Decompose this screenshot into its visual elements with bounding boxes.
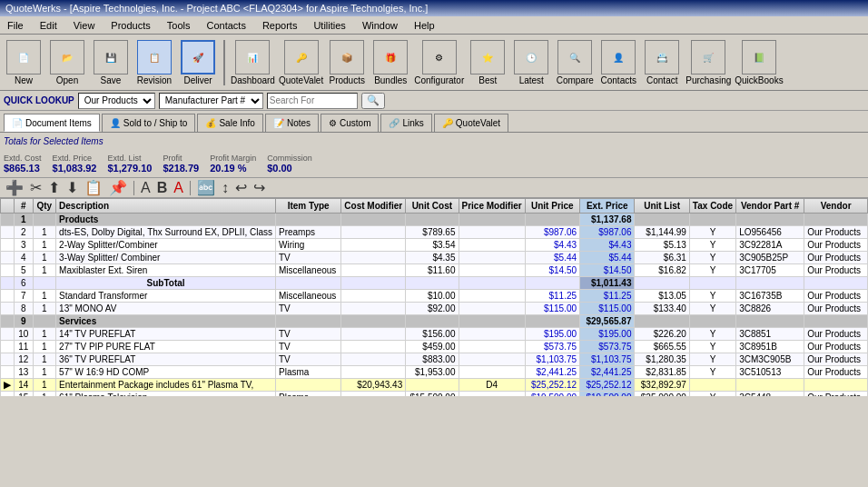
menu-utilities[interactable]: Utilities: [310, 18, 349, 33]
menu-products[interactable]: Products: [107, 18, 153, 33]
search-input[interactable]: [267, 93, 358, 109]
menu-view[interactable]: View: [70, 18, 99, 33]
table-row[interactable]: 10 1 14" TV PUREFLAT TV $156.00 $195.00 …: [1, 328, 868, 341]
tab-notes[interactable]: 📝 Notes: [265, 114, 319, 132]
move-up-button[interactable]: ⬆: [46, 179, 62, 196]
col-ext-price[interactable]: Ext. Price: [580, 199, 635, 214]
col-desc[interactable]: Description: [56, 199, 276, 214]
row-ext-price: $573.75: [580, 341, 635, 353]
redo-button[interactable]: ↪: [252, 179, 267, 196]
menu-file[interactable]: File: [4, 18, 27, 33]
menu-reports[interactable]: Reports: [259, 18, 301, 33]
best-icon: ⭐: [482, 53, 493, 63]
filter-button[interactable]: 🔤: [195, 179, 217, 196]
toolbar: 📄 New 📂 Open 💾 Save 📋 Revision 🚀 Deliver…: [0, 35, 868, 91]
tab-links[interactable]: 🔗 Links: [380, 114, 431, 132]
search-button[interactable]: 🔍: [361, 93, 385, 109]
table-row[interactable]: 15 1 61" Plasma Television Plasma $15,50…: [1, 392, 868, 397]
new-button[interactable]: 📄 New: [4, 40, 44, 85]
title-text: QuoteWerks - [Aspire Technolgies, Inc. -…: [5, 3, 428, 14]
col-cost-mod[interactable]: Cost Modifier: [341, 199, 406, 214]
col-vendor[interactable]: Vendor: [804, 199, 868, 214]
table-row[interactable]: 5 1 Maxiblaster Ext. Siren Miscellaneous…: [1, 264, 868, 277]
tab-document-items[interactable]: 📄 Document Items: [4, 114, 100, 132]
latest-button[interactable]: 🕒 Latest: [511, 40, 551, 85]
contacts-button[interactable]: 👤 Contacts: [598, 40, 638, 85]
col-qty[interactable]: Qty: [33, 199, 55, 214]
dashboard-button[interactable]: 📊 Dashboard: [231, 40, 275, 85]
profit-margin-total: Profit Margin 20.19 %: [210, 154, 256, 174]
arrow-cell: ▶: [1, 379, 15, 392]
row-num: 1: [15, 214, 34, 226]
col-tax[interactable]: Tax Code: [689, 199, 735, 214]
row-desc: Entertainment Package includes 61" Plasm…: [56, 379, 276, 392]
table-row[interactable]: 9 Services $29,565.87: [1, 315, 868, 328]
row-desc: Products: [56, 214, 276, 226]
quick-lookup-dropdown2[interactable]: Manufacturer Part #: [159, 93, 263, 109]
table-row[interactable]: 13 1 57" W 16:9 HD COMP Plasma $1,953.00…: [1, 366, 868, 379]
col-type[interactable]: Item Type: [276, 199, 341, 214]
col-num[interactable]: #: [15, 199, 34, 214]
col-vendor-part[interactable]: Vendor Part #: [736, 199, 804, 214]
open-button[interactable]: 📂 Open: [47, 40, 87, 85]
row-desc: 3-Way Splitter/ Combiner: [56, 252, 276, 264]
menu-help[interactable]: Help: [410, 18, 439, 33]
color-button[interactable]: A: [172, 180, 185, 196]
table-row[interactable]: 3 1 2-Way Splitter/Combiner Wiring $3.54…: [1, 239, 868, 252]
contact-button[interactable]: 📇 Contact: [642, 40, 682, 85]
table-row[interactable]: 7 1 Standard Transformer Miscellaneous $…: [1, 290, 868, 303]
move-down-button[interactable]: ⬇: [64, 179, 80, 196]
save-button[interactable]: 💾 Save: [91, 40, 131, 85]
delete-item-button[interactable]: ✂: [28, 179, 44, 196]
latest-icon: 🕒: [526, 53, 537, 63]
arrow-cell: [1, 214, 15, 226]
col-unit-list[interactable]: Unit List: [635, 199, 689, 214]
table-row[interactable]: 2 1 dts-ES, Dolby Digital, Thx Surround …: [1, 226, 868, 239]
tab-sold-to[interactable]: 👤 Sold to / Ship to: [102, 114, 196, 132]
table-row[interactable]: 11 1 27" TV PIP PURE FLAT TV $459.00 $57…: [1, 341, 868, 353]
quotevalet-button[interactable]: 🔑 QuoteValet: [279, 40, 323, 85]
tab-custom[interactable]: ⚙ Custom: [321, 114, 379, 132]
quickbooks-button[interactable]: 📗 QuickBooks: [735, 40, 783, 85]
table-row[interactable]: 12 1 36" TV PUREFLAT TV $883.00 $1,103.7…: [1, 353, 868, 366]
deliver-button[interactable]: 🚀 Deliver: [178, 40, 218, 85]
items-table-wrap[interactable]: # Qty Description Item Type Cost Modifie…: [0, 198, 868, 396]
best-button[interactable]: ⭐ Best: [468, 40, 508, 85]
copy-button[interactable]: 📋: [83, 179, 104, 196]
undo-button[interactable]: ↩: [233, 179, 249, 196]
sec-toolbar-sep1: [133, 181, 134, 195]
table-row[interactable]: 8 1 13" MONO AV TV $92.00 $115.00 $115.0…: [1, 303, 868, 315]
products-button[interactable]: 📦 Products: [327, 40, 367, 85]
table-row[interactable]: 4 1 3-Way Splitter/ Combiner TV $4.35 $5…: [1, 252, 868, 264]
bold-button[interactable]: B: [155, 180, 170, 196]
row-ext-price: $2,441.25: [580, 366, 635, 379]
font-button[interactable]: A: [139, 180, 153, 196]
table-row[interactable]: 1 Products $1,137.68: [1, 214, 868, 226]
table-row[interactable]: 6 SubTotal $1,011.43: [1, 277, 868, 290]
menu-window[interactable]: Window: [359, 18, 401, 33]
bundles-button[interactable]: 🎁 Bundles: [370, 40, 410, 85]
table-row[interactable]: ▶ 14 1 Entertainment Package includes 61…: [1, 379, 868, 392]
row-ext-price: $11.25: [580, 290, 635, 303]
col-unit-cost[interactable]: Unit Cost: [406, 199, 459, 214]
save-icon: 💾: [105, 53, 116, 63]
paste-button[interactable]: 📌: [107, 179, 129, 196]
menu-contacts[interactable]: Contacts: [202, 18, 249, 33]
purchasing-button[interactable]: 🛒 Purchasing: [686, 40, 731, 85]
menu-edit[interactable]: Edit: [36, 18, 61, 33]
col-unit-price[interactable]: Unit Price: [525, 199, 579, 214]
sort-button[interactable]: ↕: [220, 180, 231, 196]
quick-lookup-dropdown1[interactable]: Our Products: [78, 93, 155, 109]
tab-sale-info[interactable]: 💰 Sale Info: [197, 114, 262, 132]
configurator-button[interactable]: ⚙ Configurator: [414, 40, 464, 85]
bundles-icon: 🎁: [385, 53, 396, 63]
add-item-button[interactable]: ➕: [4, 179, 25, 196]
tab-quotevalet[interactable]: 🔑 QuoteValet: [434, 114, 508, 132]
compare-button[interactable]: 🔍 Compare: [555, 40, 595, 85]
menu-tools[interactable]: Tools: [163, 18, 194, 33]
row-ext-price: $1,103.75: [580, 353, 635, 366]
row-ext-price: $19,500.00: [580, 392, 635, 397]
revision-button[interactable]: 📋 Revision: [134, 40, 174, 85]
col-price-mod[interactable]: Price Modifier: [459, 199, 525, 214]
dashboard-icon: 📊: [247, 53, 258, 63]
